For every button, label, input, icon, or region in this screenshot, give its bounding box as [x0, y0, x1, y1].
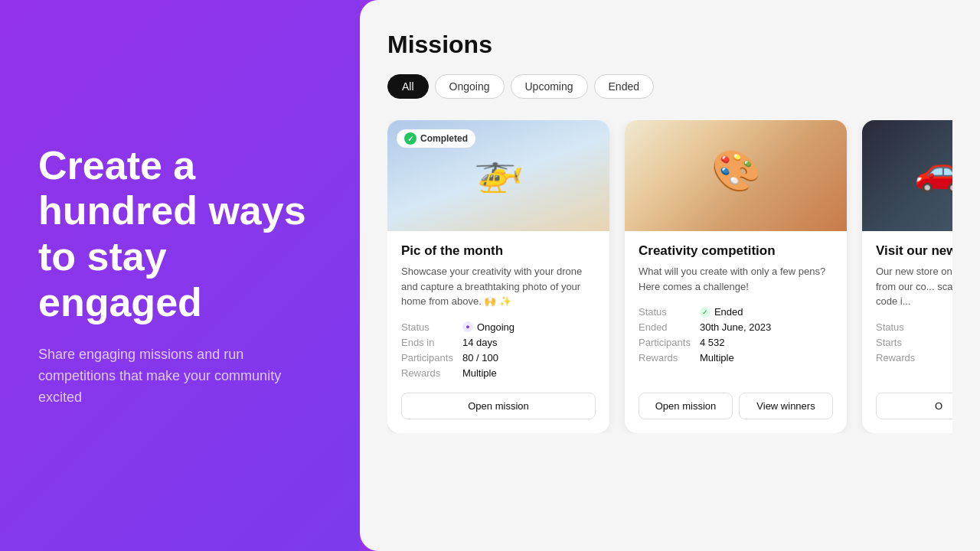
card-actions-2: Open mission View winners	[639, 393, 833, 419]
status-label-2: Status	[639, 306, 691, 318]
card-title-2: Creativity competition	[639, 243, 833, 259]
check-icon: ✓	[404, 132, 416, 145]
status-value-2: ✓ Ended	[700, 306, 833, 318]
starts-value-3	[924, 337, 952, 348]
view-winners-btn[interactable]: View winners	[739, 393, 833, 419]
card-meta-1: Status ● Ongoing Ends in 14 days Partici…	[401, 321, 596, 379]
subtext: Share engaging missions and run competit…	[38, 344, 322, 409]
card-image-art	[625, 120, 847, 231]
status-dot-ended: ✓	[700, 307, 710, 318]
status-value-1: ● Ongoing	[462, 321, 596, 333]
tab-all[interactable]: All	[387, 74, 429, 99]
status-value-3	[924, 321, 952, 333]
card-title-1: Pic of the month	[401, 243, 596, 259]
status-label-3: Status	[876, 321, 915, 333]
card-actions-3: O	[876, 393, 952, 419]
starts-label-3: Starts	[876, 337, 915, 348]
tab-ended[interactable]: Ended	[594, 74, 654, 99]
card-desc-1: Showcase your creativity with your drone…	[401, 264, 596, 309]
badge-label: Completed	[420, 133, 468, 144]
card-title-3: Visit our new	[876, 243, 952, 259]
participants-value-1: 80 / 100	[462, 352, 596, 364]
card-body-1: Pic of the month Showcase your creativit…	[387, 231, 609, 433]
rewards-label-2: Rewards	[639, 352, 691, 364]
open-mission-btn-2[interactable]: Open mission	[639, 393, 733, 419]
rewards-value-1: Multiple	[462, 367, 596, 379]
cards-row: ✓ Completed Pic of the month Showcase yo…	[387, 120, 952, 433]
mission-card-store: Visit our new Our new store on 4... lovi…	[862, 120, 952, 433]
rewards-label-3: Rewards	[876, 352, 915, 364]
card-body-3: Visit our new Our new store on 4... lovi…	[862, 231, 952, 433]
status-dot-ongoing: ●	[462, 321, 473, 332]
tab-upcoming[interactable]: Upcoming	[511, 74, 588, 99]
filter-tabs: All Ongoing Upcoming Ended	[387, 74, 952, 99]
right-panel: Missions All Ongoing Upcoming Ended ✓ Co…	[360, 0, 980, 551]
card-body-2: Creativity competition What will you cre…	[625, 231, 847, 433]
card-desc-3: Our new store on 4... loving from our co…	[876, 264, 952, 309]
card-actions-1: Open mission	[401, 393, 596, 419]
ends-value-1: 14 days	[462, 337, 596, 348]
completed-badge: ✓ Completed	[397, 129, 475, 148]
card-image-car	[862, 120, 952, 231]
tab-ongoing[interactable]: Ongoing	[435, 74, 505, 99]
rewards-label-1: Rewards	[401, 367, 453, 379]
card-desc-2: What will you create with only a few pen…	[639, 264, 833, 294]
card-image-drone: ✓ Completed	[387, 120, 609, 231]
ended-value-2: 30th June, 2023	[700, 321, 833, 333]
left-panel: Create a hundred ways to stay engaged Sh…	[0, 0, 360, 551]
open-mission-btn-1[interactable]: Open mission	[401, 393, 596, 419]
card-meta-2: Status ✓ Ended Ended 30th June, 2023 Par…	[639, 306, 833, 364]
card-meta-3: Status Starts Rewards	[876, 321, 952, 364]
mission-card-creativity: Creativity competition What will you cre…	[625, 120, 847, 433]
status-label-1: Status	[401, 321, 453, 333]
participants-label-2: Participants	[639, 337, 691, 348]
ends-label-1: Ends in	[401, 337, 453, 348]
open-mission-btn-3[interactable]: O	[876, 393, 952, 419]
rewards-value-2: Multiple	[700, 352, 833, 364]
mission-card-pic-of-month: ✓ Completed Pic of the month Showcase yo…	[387, 120, 609, 433]
participants-label-1: Participants	[401, 352, 453, 364]
rewards-value-3	[924, 352, 952, 364]
headline: Create a hundred ways to stay engaged	[38, 143, 322, 326]
page-title: Missions	[387, 31, 952, 59]
participants-value-2: 4 532	[700, 337, 833, 348]
ended-label-2: Ended	[639, 321, 691, 333]
